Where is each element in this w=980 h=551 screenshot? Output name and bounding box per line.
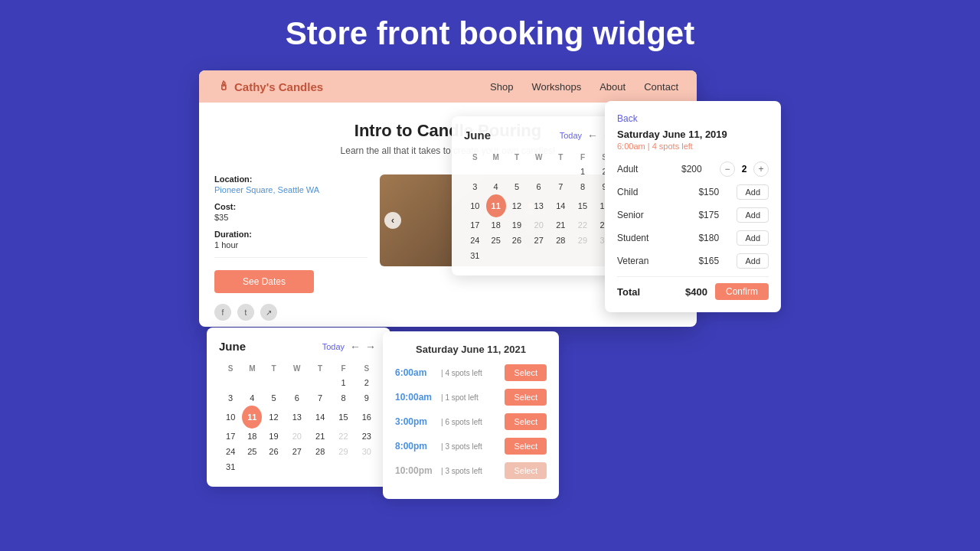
slot-select-1[interactable]: Select bbox=[505, 364, 547, 381]
day-cell[interactable]: 7 bbox=[550, 179, 572, 194]
day-cell[interactable]: 5 bbox=[506, 179, 528, 194]
day-cell[interactable]: 15 bbox=[572, 194, 594, 217]
day-cell[interactable]: 14 bbox=[550, 194, 572, 217]
adult-decrement[interactable]: − bbox=[720, 161, 735, 177]
day-cell[interactable]: 7 bbox=[309, 390, 332, 406]
day-cell[interactable]: 6 bbox=[286, 390, 309, 406]
day-cell[interactable]: 23 bbox=[355, 429, 378, 444]
day-cell[interactable]: 16 bbox=[355, 406, 378, 429]
slot-time-5: 10:00pm bbox=[395, 465, 441, 476]
today-day-cell[interactable]: 11 bbox=[486, 194, 506, 217]
booking-child-row: Child $150 Add bbox=[617, 184, 769, 200]
cal-popup-today[interactable]: Today bbox=[322, 342, 345, 351]
col-f: F bbox=[572, 151, 594, 164]
day-cell[interactable]: 21 bbox=[550, 217, 572, 233]
day-cell[interactable]: 8 bbox=[572, 179, 594, 194]
day-cell[interactable] bbox=[506, 164, 528, 179]
image-prev-button[interactable]: ‹ bbox=[384, 212, 401, 229]
day-cell[interactable]: 19 bbox=[506, 217, 528, 233]
twitter-icon[interactable]: t bbox=[237, 304, 254, 321]
day-cell[interactable]: 26 bbox=[262, 444, 285, 459]
day-cell[interactable]: 1 bbox=[572, 164, 594, 179]
day-cell[interactable] bbox=[464, 164, 486, 179]
slot-time-4: 8:00pm bbox=[395, 441, 441, 452]
location-link[interactable]: Pioneer Square, Seattle WA bbox=[214, 185, 368, 194]
senior-add-button[interactable]: Add bbox=[737, 207, 769, 223]
adult-increment[interactable]: + bbox=[753, 161, 769, 177]
day-cell[interactable]: 26 bbox=[506, 233, 528, 248]
cal-popup-prev[interactable]: ← bbox=[348, 341, 363, 353]
nav-workshops[interactable]: Workshops bbox=[531, 81, 581, 93]
facebook-icon[interactable]: f bbox=[214, 304, 231, 321]
nav-about[interactable]: About bbox=[599, 81, 626, 93]
day-cell[interactable]: 24 bbox=[219, 444, 242, 459]
day-cell[interactable]: 27 bbox=[528, 233, 550, 248]
day-cell[interactable]: 9 bbox=[355, 390, 378, 406]
day-cell[interactable]: 25 bbox=[486, 233, 506, 248]
day-cell[interactable]: 4 bbox=[486, 179, 506, 194]
slot-select-3[interactable]: Select bbox=[505, 413, 547, 430]
day-cell[interactable]: 25 bbox=[242, 444, 262, 459]
day-cell[interactable]: 2 bbox=[355, 375, 378, 390]
slot-select-2[interactable]: Select bbox=[505, 389, 547, 406]
nav-contact[interactable]: Contact bbox=[644, 81, 678, 93]
slot-select-4[interactable]: Select bbox=[505, 438, 547, 455]
child-add-button[interactable]: Add bbox=[737, 184, 769, 200]
day-cell[interactable]: 3 bbox=[464, 179, 486, 194]
day-cell-muted: 20 bbox=[286, 429, 309, 444]
day-cell[interactable]: 5 bbox=[262, 390, 285, 406]
day-cell[interactable] bbox=[242, 375, 262, 390]
day-cell[interactable]: 21 bbox=[309, 429, 332, 444]
booking-veteran-row: Veteran $165 Add bbox=[617, 253, 769, 269]
booking-back[interactable]: Back bbox=[617, 113, 769, 124]
table-row: 24 25 26 27 28 29 30 bbox=[464, 233, 616, 248]
cal-bg-today[interactable]: Today bbox=[560, 131, 582, 140]
slot-row-3: 3:00pm | 6 spots left Select bbox=[395, 413, 547, 430]
day-cell[interactable] bbox=[262, 375, 285, 390]
day-cell[interactable]: 28 bbox=[550, 233, 572, 248]
booking-veteran-label: Veteran bbox=[617, 256, 698, 266]
slot-row-1: 6:00am | 4 spots left Select bbox=[395, 364, 547, 381]
day-cell[interactable]: 14 bbox=[309, 406, 332, 429]
day-cell[interactable]: 24 bbox=[464, 233, 486, 248]
day-cell[interactable]: 10 bbox=[219, 406, 242, 429]
confirm-button[interactable]: Confirm bbox=[715, 283, 769, 300]
day-cell[interactable]: 28 bbox=[309, 444, 332, 459]
veteran-add-button[interactable]: Add bbox=[737, 253, 769, 269]
nav-shop[interactable]: Shop bbox=[490, 81, 513, 93]
share-icon[interactable]: ↗ bbox=[260, 304, 277, 321]
day-cell[interactable]: 8 bbox=[332, 390, 354, 406]
day-cell[interactable]: 18 bbox=[242, 429, 262, 444]
slot-date: Saturday June 11, 2021 bbox=[395, 344, 547, 355]
day-cell[interactable]: 6 bbox=[528, 179, 550, 194]
day-cell[interactable]: 12 bbox=[506, 194, 528, 217]
day-cell[interactable]: 31 bbox=[464, 248, 486, 263]
day-cell[interactable]: 4 bbox=[242, 390, 262, 406]
brand-name: Cathy's Candles bbox=[234, 80, 323, 93]
day-cell[interactable] bbox=[528, 164, 550, 179]
day-cell[interactable] bbox=[550, 164, 572, 179]
day-cell[interactable]: 18 bbox=[486, 217, 506, 233]
day-cell[interactable]: 13 bbox=[528, 194, 550, 217]
day-cell[interactable]: 3 bbox=[219, 390, 242, 406]
day-cell[interactable]: 19 bbox=[262, 429, 285, 444]
day-cell-muted: 20 bbox=[528, 217, 550, 233]
day-cell[interactable]: 15 bbox=[332, 406, 354, 429]
see-dates-button[interactable]: See Dates bbox=[214, 270, 314, 293]
day-cell[interactable]: 12 bbox=[262, 406, 285, 429]
day-cell[interactable]: 17 bbox=[219, 429, 242, 444]
day-cell[interactable]: 27 bbox=[286, 444, 309, 459]
student-add-button[interactable]: Add bbox=[737, 230, 769, 246]
day-cell[interactable]: 10 bbox=[464, 194, 486, 217]
day-cell[interactable]: 17 bbox=[464, 217, 486, 233]
day-cell[interactable] bbox=[286, 375, 309, 390]
day-cell[interactable]: 1 bbox=[332, 375, 354, 390]
day-cell[interactable] bbox=[219, 375, 242, 390]
day-cell[interactable]: 13 bbox=[286, 406, 309, 429]
day-cell[interactable]: 31 bbox=[219, 459, 242, 474]
cal-popup-next[interactable]: → bbox=[363, 341, 378, 353]
day-cell[interactable] bbox=[309, 375, 332, 390]
day-cell[interactable] bbox=[486, 164, 506, 179]
cal-bg-prev[interactable]: ← bbox=[585, 129, 600, 142]
today-day-cell[interactable]: 11 bbox=[242, 406, 262, 429]
